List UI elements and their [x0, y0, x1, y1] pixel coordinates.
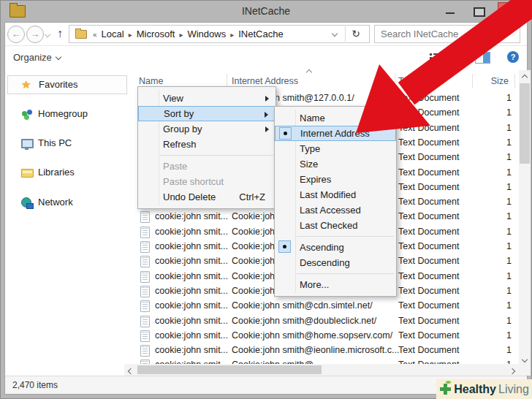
- file-size: 1: [506, 209, 512, 224]
- context-menu-item-paste-shortcut[interactable]: Paste shortcut: [138, 174, 276, 189]
- file-internet-address: Cookie:john smith@doubleclick.net/: [232, 314, 376, 328]
- menu-item-label: Group by: [163, 123, 202, 134]
- file-row[interactable]: cookie:john smit...Cookie:john smith@hom…: [136, 328, 519, 343]
- breadcrumb-item-inetcache[interactable]: INetCache: [237, 28, 284, 39]
- search-input[interactable]: [374, 25, 520, 43]
- context-menu: ViewSort byGroup byRefreshPastePaste sho…: [137, 86, 276, 209]
- breadcrumb-separator-icon: ▸: [126, 31, 135, 39]
- breadcrumb-item-microsoft[interactable]: Microsoft: [135, 28, 177, 39]
- star-icon: ★: [21, 79, 33, 91]
- sidebar-item-network[interactable]: Network: [7, 194, 126, 211]
- address-dropdown-caret[interactable]: [332, 31, 338, 37]
- sort-menu-item-type[interactable]: Type: [275, 141, 396, 156]
- file-size: 1: [506, 357, 512, 364]
- text-document-icon: [140, 330, 150, 342]
- sidebar-item-label: Network: [38, 194, 73, 211]
- file-internet-address: Cookie:john smith@...: [232, 357, 321, 364]
- vertical-scrollbar[interactable]: [519, 70, 531, 364]
- text-document-icon: [140, 345, 150, 357]
- file-type: Text Document: [398, 239, 459, 254]
- file-type: Text Document: [398, 150, 459, 164]
- up-button[interactable]: ↑: [53, 25, 67, 42]
- file-type: Text Document: [398, 254, 459, 268]
- vertical-scroll-thumb[interactable]: [520, 83, 530, 164]
- file-size: 1: [506, 239, 512, 254]
- menu-item-label: Undo Delete: [163, 191, 216, 202]
- sort-menu-item-internet-address[interactable]: Internet Address: [275, 126, 396, 141]
- list-view-icon[interactable]: [430, 53, 446, 63]
- horizontal-scrollbar[interactable]: [124, 364, 519, 376]
- sort-menu-item-last-checked[interactable]: Last Checked: [275, 218, 396, 233]
- context-menu-item-view[interactable]: View: [138, 91, 276, 106]
- sort-menu-item-descending[interactable]: Descending: [275, 255, 396, 270]
- homegroup-icon: [22, 111, 27, 116]
- sort-menu-item-ascending[interactable]: Ascending: [275, 240, 396, 255]
- sidebar-item-label: Libraries: [38, 164, 75, 181]
- file-row[interactable]: cookie:john smit...Cookie:john smith@...…: [136, 357, 519, 364]
- sidebar-item-label: Favorites: [39, 76, 77, 94]
- context-menu-item-group-by[interactable]: Group by: [138, 121, 276, 137]
- sort-menu-item-last-modified[interactable]: Last Modified: [275, 187, 396, 202]
- sidebar-item-favorites[interactable]: ★Favorites: [7, 75, 127, 94]
- address-divider: [345, 26, 346, 42]
- healthy-living-watermark: Healthy Living: [436, 379, 532, 399]
- file-row[interactable]: cookie:john smit...Cookie:john smith@ieo…: [136, 343, 519, 357]
- forward-button[interactable]: →: [26, 26, 44, 43]
- file-size: 1: [506, 284, 512, 298]
- back-button[interactable]: ←: [7, 26, 25, 43]
- minimize-button[interactable]: [437, 0, 465, 22]
- explorer-window: INetCache ✕ ← → ↑ «Local▸Microsoft▸Windo…: [0, 0, 532, 399]
- context-menu-item-paste[interactable]: Paste: [138, 159, 276, 174]
- sort-menu-item-more[interactable]: More...: [275, 277, 396, 292]
- scroll-up-icon[interactable]: [519, 70, 531, 82]
- file-name: cookie:john smit...: [155, 343, 228, 357]
- sort-menu-item-name[interactable]: Name: [275, 110, 396, 126]
- scroll-right-icon[interactable]: [507, 364, 519, 376]
- sidebar-item-this-pc[interactable]: This PC: [7, 134, 126, 152]
- menu-item-label: Name: [300, 113, 325, 123]
- file-size: 1: [506, 314, 512, 328]
- sidebar-item-libraries[interactable]: Libraries: [7, 164, 126, 181]
- breadcrumb: «Local▸Microsoft▸Windows▸INetCache: [90, 26, 285, 42]
- file-type: Text Document: [398, 328, 459, 343]
- sort-menu-item-last-accessed[interactable]: Last Accessed: [275, 202, 396, 218]
- address-bar[interactable]: «Local▸Microsoft▸Windows▸INetCache ↻: [69, 25, 370, 43]
- text-document-icon: [140, 256, 150, 267]
- context-menu-item-undo-delete[interactable]: Undo DeleteCtrl+Z: [138, 189, 276, 205]
- breadcrumb-item-local[interactable]: Local: [100, 28, 126, 39]
- text-document-icon: [140, 241, 150, 253]
- horizontal-scroll-thumb[interactable]: [137, 365, 322, 374]
- file-row[interactable]: cookie:john smit...Cookie:john smith@cdn…: [136, 298, 519, 313]
- toolbar-divider: [5, 45, 527, 46]
- scrollbar-corner: [519, 364, 531, 376]
- file-internet-address: Cookie:john smith@cdn.simtel.net/: [232, 298, 373, 313]
- file-size: 1: [506, 343, 512, 357]
- help-icon[interactable]: ?: [507, 51, 519, 63]
- menu-item-label: Internet Address: [300, 128, 370, 139]
- organize-button[interactable]: Organize: [13, 51, 61, 64]
- sort-menu-item-size[interactable]: Size: [275, 156, 396, 172]
- radio-selected-icon: [279, 127, 292, 140]
- menu-item-label: Last Modified: [300, 189, 356, 200]
- sort-menu-item-expires[interactable]: Expires: [275, 172, 396, 187]
- scroll-left-icon[interactable]: [124, 364, 136, 376]
- file-size: 1: [506, 269, 512, 284]
- scroll-down-icon[interactable]: [519, 352, 531, 364]
- close-button[interactable]: ✕: [498, 2, 527, 21]
- menu-item-label: Descending: [300, 257, 350, 268]
- breadcrumb-item-windows[interactable]: Windows: [186, 28, 227, 39]
- preview-pane-icon[interactable]: [475, 52, 490, 64]
- sidebar-item-homegroup[interactable]: Homegroup: [7, 105, 126, 123]
- file-size: 1: [506, 105, 512, 120]
- file-row[interactable]: cookie:john smit...Cookie:john smith@dou…: [136, 314, 519, 328]
- file-name: cookie:john smit...: [155, 328, 228, 343]
- text-document-icon: [140, 211, 150, 223]
- file-name: cookie:john smit...: [155, 254, 228, 268]
- context-menu-item-refresh[interactable]: Refresh: [138, 137, 276, 152]
- refresh-button[interactable]: ↻: [347, 26, 365, 42]
- maximize-button[interactable]: [465, 0, 493, 22]
- context-menu-item-sort-by[interactable]: Sort by: [138, 106, 276, 121]
- file-size: 1: [506, 150, 512, 164]
- file-size: 1: [506, 121, 512, 135]
- file-name: cookie:john smit...: [155, 284, 228, 298]
